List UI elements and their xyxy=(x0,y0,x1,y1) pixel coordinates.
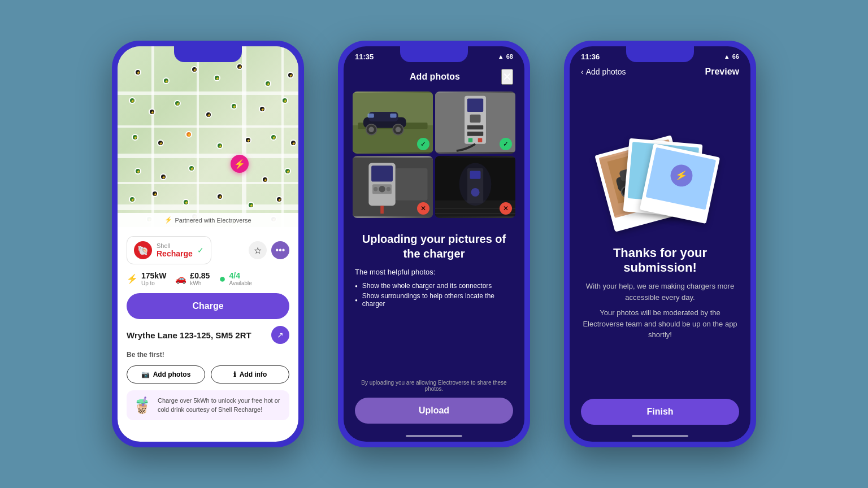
phone-1-screen: ⚡ ⚡ xyxy=(118,46,298,442)
charger-marker-12 xyxy=(231,103,237,110)
svg-point-8 xyxy=(396,127,401,132)
finish-button[interactable]: Finish xyxy=(581,399,739,425)
add-photos-label: Add photos xyxy=(153,371,191,378)
charger-marker-25 xyxy=(262,176,268,183)
power-label: Up to xyxy=(141,280,166,286)
polaroid-3: ⚡ xyxy=(640,143,720,224)
road-horizontal-2 xyxy=(118,125,298,128)
wifi-icon-3: ▲ xyxy=(724,53,730,60)
modal-header-2: Add photos ✕ xyxy=(344,64,524,91)
photo-badge-3: ✕ xyxy=(417,202,429,215)
back-button[interactable]: ‹ Add photos xyxy=(581,67,626,76)
charger-marker-27 xyxy=(129,196,136,203)
charger-marker-32 xyxy=(276,196,283,203)
navigate-button[interactable]: ↗ xyxy=(271,326,289,344)
home-indicator-2 xyxy=(344,430,524,442)
charger-marker-16 xyxy=(157,140,164,146)
charger-marker-10 xyxy=(174,100,181,107)
charger-marker-20 xyxy=(270,134,277,141)
status-icons-3: ▲ 66 xyxy=(724,53,739,60)
charger-marker-9 xyxy=(149,108,155,115)
photo-cell-1: ✓ xyxy=(353,91,433,154)
shell-logo: 🐚 xyxy=(134,241,152,259)
charger-marker-13 xyxy=(259,106,266,112)
lightning-icon: ⚡ xyxy=(164,216,172,224)
brand-row: 🐚 Shell Recharge ✓ ☆ ••• xyxy=(127,236,289,264)
address-text: Wrythe Lane 123-125, SM5 2RT xyxy=(127,330,251,340)
availability-dot-icon: ● xyxy=(219,272,225,285)
charger-marker-8 xyxy=(129,97,136,104)
polaroid-3-svg: ⚡ xyxy=(646,147,716,210)
more-options-button[interactable]: ••• xyxy=(271,241,289,259)
power-value: 175kW xyxy=(141,271,166,280)
photo-cell-2: ✓ xyxy=(435,91,515,154)
phone-1-notch xyxy=(174,46,242,62)
charger-marker-15 xyxy=(132,134,138,141)
polaroid-3-inner: ⚡ xyxy=(646,147,716,210)
price-unit: kWh xyxy=(190,280,210,286)
battery-3: 66 xyxy=(732,53,739,60)
phone-3-screen: 11:36 ▲ 66 ‹ Add photos Preview xyxy=(570,46,750,442)
availability-values: 4/4 Available xyxy=(229,271,252,286)
charger-marker-14 xyxy=(281,97,288,104)
charger-marker-28 xyxy=(151,190,158,197)
charger-marker-11 xyxy=(205,111,212,118)
verified-icon: ✓ xyxy=(197,246,204,255)
back-label: Add photos xyxy=(586,67,626,76)
add-photos-button[interactable]: 📷 Add photos xyxy=(127,365,205,384)
bottom-sheet: 🐚 Shell Recharge ✓ ☆ ••• xyxy=(118,227,298,442)
thanks-desc-1: With your help, we are making chargers m… xyxy=(581,281,739,303)
upload-disclaimer: By uploading you are allowing Electrover… xyxy=(355,380,513,392)
stats-row: ⚡ 175kW Up to 🚗 £0.85 kWh xyxy=(127,271,289,286)
road-horizontal-1 xyxy=(118,91,298,95)
time-3: 11:36 xyxy=(581,53,600,61)
action-buttons: 📷 Add photos ℹ Add info xyxy=(127,365,289,384)
favorite-button[interactable]: ☆ xyxy=(249,241,267,259)
road-horizontal-3 xyxy=(118,154,298,158)
battery-2: 68 xyxy=(506,53,513,60)
home-bar-3 xyxy=(632,435,688,437)
charger-marker-22 xyxy=(134,168,141,175)
preview-label: Preview xyxy=(705,67,739,77)
phones-container: ⚡ ⚡ xyxy=(112,41,756,447)
charger-marker-4 xyxy=(214,75,220,81)
road-vertical-1 xyxy=(151,46,154,227)
brand-badge: 🐚 Shell Recharge ✓ xyxy=(127,236,211,264)
charge-button[interactable]: Charge xyxy=(127,293,289,319)
photos-grid: ✓ xyxy=(344,91,524,218)
photo-badge-1: ✓ xyxy=(417,138,429,150)
selected-charger-marker[interactable]: ⚡ xyxy=(231,155,249,173)
close-button-2[interactable]: ✕ xyxy=(501,69,513,85)
svg-point-7 xyxy=(368,127,374,132)
charger-marker-7 xyxy=(287,72,294,79)
availability-stat: ● 4/4 Available xyxy=(219,271,252,286)
photo-cell-4: ✕ xyxy=(435,156,515,218)
thanks-title: Thanks for your submission! xyxy=(581,246,739,275)
photo-badge-4: ✕ xyxy=(500,202,512,215)
phone-1: ⚡ ⚡ xyxy=(112,41,304,447)
charger-marker-23 xyxy=(160,173,167,180)
map-area: ⚡ ⚡ xyxy=(118,46,298,227)
brand-shell: Shell xyxy=(157,242,193,249)
upload-button[interactable]: Upload xyxy=(355,398,513,424)
charger-marker-24 xyxy=(188,165,195,172)
price-value: £0.85 xyxy=(190,271,210,280)
add-info-button[interactable]: ℹ Add info xyxy=(211,365,289,384)
promo-row: 🧋 Charge over 5kWh to unlock your free h… xyxy=(127,390,289,420)
charger-marker-19 xyxy=(245,137,251,143)
tip-1: Show the whole charger and its connector… xyxy=(355,281,513,291)
polaroid-stack: ⚡ xyxy=(598,133,722,234)
charger-marker-18 xyxy=(216,142,223,149)
map-background: ⚡ xyxy=(118,46,298,227)
thanks-area: ⚡ Thanks for your submission! With your … xyxy=(570,84,750,399)
camera-icon: 📷 xyxy=(141,371,150,378)
phone-2: 11:35 ▲ 68 Add photos ✕ xyxy=(338,41,530,447)
promo-icon: 🧋 xyxy=(132,396,152,415)
photo-cell-3: ✕ xyxy=(353,156,433,218)
price-stat: 🚗 £0.85 kWh xyxy=(175,271,210,286)
helpful-list: Show the whole charger and its connector… xyxy=(355,281,513,309)
charger-marker-6 xyxy=(264,80,271,87)
charger-marker-30 xyxy=(216,193,223,200)
availability-value: 4/4 xyxy=(229,271,252,280)
charger-marker-21 xyxy=(290,140,297,146)
